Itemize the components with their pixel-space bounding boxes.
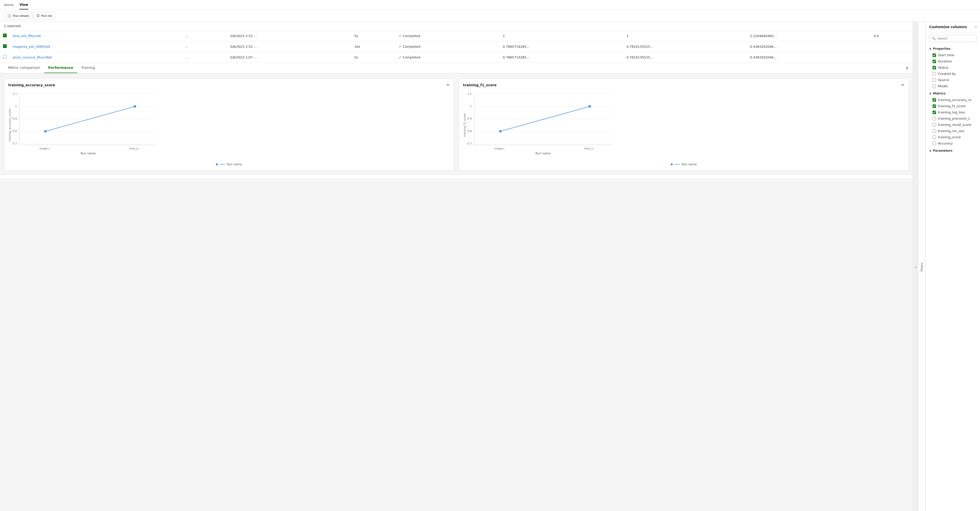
panel-forward-button[interactable]: › (975, 25, 977, 29)
chart2-legend-line (675, 164, 680, 164)
search-icon: 🔍 (932, 37, 936, 40)
row-ellipsis-cell[interactable]: ... (181, 30, 227, 41)
status-dot: ✓ (399, 55, 402, 59)
unchecked-checkbox[interactable] (3, 55, 7, 59)
row-col1: 1 (500, 30, 624, 41)
svg-text:training_accuracy_score: training_accuracy_score (8, 109, 11, 142)
row-name: lime_ant_lftkvzx6 (10, 30, 181, 41)
metric-item: Accuracy (926, 140, 980, 147)
chart1-legend-dot (216, 163, 218, 165)
table-row: magenta_pot_509tfyd4 ... 5/8/2023 2:52 .… (0, 41, 913, 52)
main-layout: 2 selected lime_ant_lftkvzx6 ... 5/8/202… (0, 22, 980, 511)
tab-metric-comparison[interactable]: Metric comparison (4, 63, 44, 73)
panel-divider[interactable]: ‹ (913, 22, 919, 511)
svg-text:magen...: magen... (40, 147, 52, 150)
row-date: 5/8/2023 2:52 ... (227, 30, 351, 41)
svg-text:training_f1_score: training_f1_score (463, 113, 466, 137)
property-label: Model (938, 84, 977, 88)
svg-point-33 (499, 130, 501, 133)
collapse-button[interactable]: ∨ (905, 65, 909, 70)
row-col4 (871, 41, 913, 52)
property-label: Duration (938, 59, 977, 63)
search-input[interactable] (937, 37, 974, 40)
selected-count: 2 selected (0, 22, 913, 30)
metric-checkbox[interactable] (932, 136, 936, 139)
property-label: Created by (938, 72, 977, 76)
chart1-legend-line (220, 164, 225, 164)
tab-training[interactable]: Training (77, 63, 99, 73)
property-checkbox[interactable] (932, 66, 936, 69)
row-checkbox-cell[interactable] (0, 30, 10, 41)
chart1-edit-button[interactable]: ✏ (446, 83, 450, 87)
row-date: 5/8/2023 2:52 ... (227, 41, 351, 52)
run-details-button[interactable]: ⬜ Run details (4, 12, 32, 19)
property-checkbox[interactable] (932, 72, 936, 76)
row-ellipsis-cell[interactable]: ... (181, 52, 227, 63)
property-item: Status (926, 64, 980, 70)
svg-text:Run name: Run name (536, 152, 551, 155)
property-item: Created by (926, 70, 980, 77)
chart1-svg: 1.1 1 0.9 0.8 0.7 training_accuracy_scor… (8, 90, 162, 160)
tab-performance[interactable]: Performance (44, 63, 77, 73)
properties-section-header[interactable]: ∨ Properties (926, 45, 980, 52)
metric-item: training_score (926, 134, 980, 140)
row-ellipsis-button[interactable]: ... (184, 33, 190, 38)
row-checkbox-cell[interactable] (0, 41, 10, 52)
table-row: lime_ant_lftkvzx6 ... 5/8/2023 2:52 ... … (0, 30, 913, 41)
metrics-section-header[interactable]: ∨ Metrics (926, 89, 980, 97)
row-ellipsis-button[interactable]: ... (184, 54, 190, 60)
property-label: Start time (938, 53, 977, 57)
runs-table: lime_ant_lftkvzx6 ... 5/8/2023 2:52 ... … (0, 30, 913, 63)
svg-text:0.8: 0.8 (468, 129, 472, 133)
property-checkbox[interactable] (932, 53, 936, 57)
scroll-area[interactable] (0, 175, 913, 178)
chart2-edit-button[interactable]: ✏ (901, 83, 904, 87)
row-col3: 0.4383202046... (747, 52, 871, 63)
metric-checkbox[interactable] (932, 142, 936, 145)
row-col4: 0.0 (871, 30, 913, 41)
parameters-chevron: ∨ (929, 149, 932, 152)
row-col1: 0.7865714285... (500, 52, 624, 63)
row-col2: 0.7810135525... (624, 41, 747, 52)
row-duration: 10s (351, 41, 396, 52)
panel-collapse-button[interactable]: ‹ (915, 265, 916, 270)
chart2-svg: 1.1 1 0.9 0.8 0.7 training_f1_score (463, 90, 617, 160)
property-checkbox[interactable] (932, 85, 936, 88)
run-list-button[interactable]: ☰ Run list (33, 12, 55, 19)
chart2-legend-label: Run name (682, 163, 697, 166)
metric-checkbox[interactable] (932, 123, 936, 126)
svg-point-15 (134, 105, 136, 108)
row-col2: 1 (624, 30, 747, 41)
nav-home[interactable]: Home (4, 0, 13, 9)
metric-checkbox[interactable] (932, 129, 936, 133)
properties-chevron: ∨ (929, 47, 932, 51)
row-checkbox-cell[interactable] (0, 52, 10, 63)
nav-view[interactable]: View (19, 0, 28, 10)
metric-checkbox[interactable] (932, 98, 936, 102)
right-panel-header: Customize columns › (926, 22, 980, 32)
svg-point-34 (589, 105, 591, 108)
checked-checkbox[interactable] (3, 34, 7, 37)
svg-text:lime_a...: lime_a... (584, 147, 595, 150)
tabs-section: Metric comparisonPerformanceTraining ∨ (0, 63, 913, 73)
property-checkbox[interactable] (932, 78, 936, 82)
checked-checkbox[interactable] (3, 44, 7, 48)
metric-item: training_f1_score (926, 103, 980, 109)
filters-tab[interactable]: Filters (919, 22, 925, 511)
chart1-legend: Run name (8, 163, 450, 166)
row-ellipsis-cell[interactable]: ... (181, 41, 227, 52)
row-ellipsis-button[interactable]: ... (184, 44, 190, 49)
svg-text:1: 1 (470, 105, 472, 108)
metric-checkbox[interactable] (932, 104, 936, 108)
chart1-title: training_accuracy_score (8, 83, 55, 87)
metrics-label: Metrics (933, 92, 945, 95)
svg-text:0.7: 0.7 (13, 142, 17, 145)
property-checkbox[interactable] (932, 60, 936, 63)
metric-checkbox[interactable] (932, 117, 936, 120)
property-item: Model (926, 83, 980, 89)
charts-section: training_accuracy_score ✏ 1.1 1 0.9 0.8 … (0, 73, 913, 175)
metric-checkbox[interactable] (932, 111, 936, 114)
parameters-section-header[interactable]: ∨ Parameters (926, 147, 980, 154)
svg-text:1.1: 1.1 (468, 92, 472, 96)
customize-columns-title: Customize columns (929, 25, 967, 29)
